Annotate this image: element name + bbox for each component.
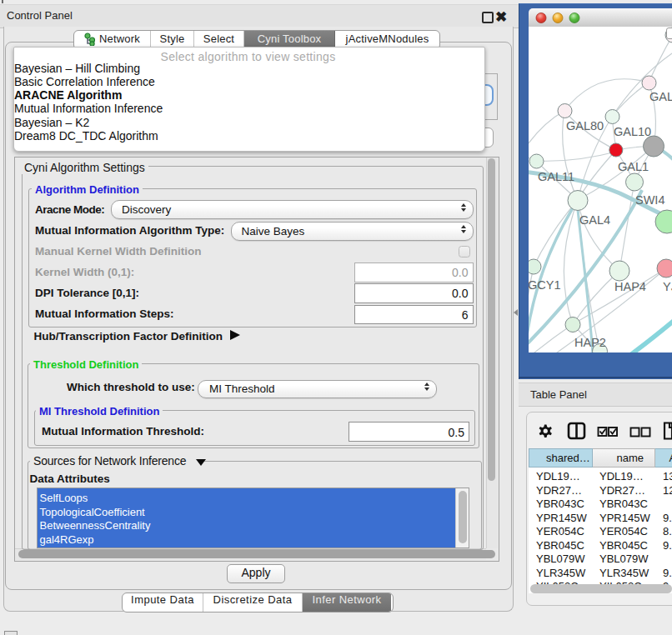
- svg-text:GAL10: GAL10: [614, 125, 651, 138]
- svg-text:GAL11: GAL11: [538, 170, 574, 183]
- svg-text:GAL80: GAL80: [566, 119, 604, 132]
- svg-text:YJ: YJ: [663, 280, 672, 293]
- svg-text:GAL1: GAL1: [618, 160, 649, 173]
- svg-text:SWI4: SWI4: [635, 193, 664, 207]
- svg-text:HAP2: HAP2: [574, 336, 606, 349]
- svg-text:GCY1: GCY1: [529, 278, 561, 292]
- svg-text:GAL4: GAL4: [579, 213, 610, 227]
- svg-text:GAL2: GAL2: [649, 90, 672, 103]
- svg-text:HAP4: HAP4: [614, 280, 646, 293]
